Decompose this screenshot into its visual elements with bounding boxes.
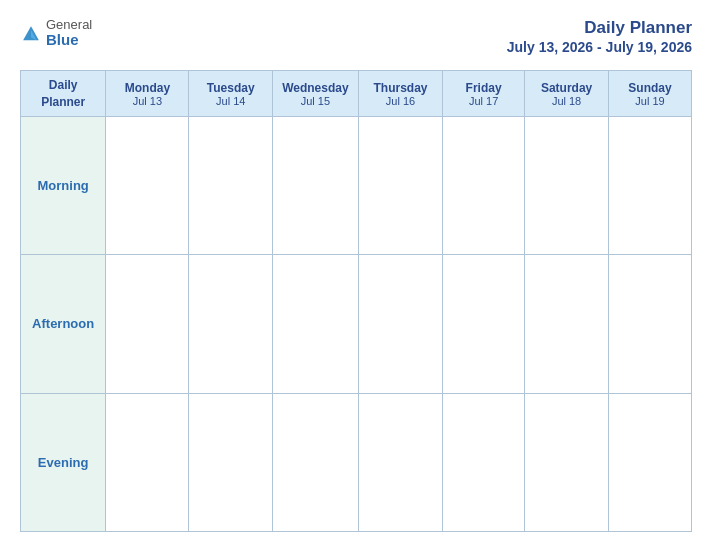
cell-thursday-morning[interactable] — [358, 117, 442, 255]
col-header-monday: Monday Jul 13 — [106, 71, 189, 117]
cell-tuesday-evening[interactable] — [189, 393, 272, 531]
time-label-afternoon: Afternoon — [21, 255, 106, 393]
col-header-saturday: Saturday Jul 18 — [525, 71, 609, 117]
cell-tuesday-morning[interactable] — [189, 117, 272, 255]
col-header-tuesday: Tuesday Jul 14 — [189, 71, 272, 117]
date-range: July 13, 2026 - July 19, 2026 — [507, 39, 692, 55]
cell-friday-evening[interactable] — [443, 393, 525, 531]
cell-saturday-morning[interactable] — [525, 117, 609, 255]
logo-icon — [20, 23, 42, 45]
cell-sunday-morning[interactable] — [609, 117, 692, 255]
col-header-friday: Friday Jul 17 — [443, 71, 525, 117]
page: General Blue Daily Planner July 13, 2026… — [0, 0, 712, 550]
page-title: Daily Planner — [584, 18, 692, 37]
header: General Blue Daily Planner July 13, 2026… — [20, 18, 692, 56]
cell-friday-morning[interactable] — [443, 117, 525, 255]
col-header-planner: Daily Planner — [21, 71, 106, 117]
row-evening: Evening — [21, 393, 692, 531]
logo-text: General Blue — [46, 18, 92, 49]
col-header-wednesday: Wednesday Jul 15 — [272, 71, 358, 117]
title-area: Daily Planner July 13, 2026 - July 19, 2… — [507, 18, 692, 56]
time-label-evening: Evening — [21, 393, 106, 531]
time-label-morning: Morning — [21, 117, 106, 255]
cell-monday-evening[interactable] — [106, 393, 189, 531]
cell-thursday-evening[interactable] — [358, 393, 442, 531]
header-row: Daily Planner Monday Jul 13 Tuesday Jul … — [21, 71, 692, 117]
cell-monday-morning[interactable] — [106, 117, 189, 255]
col-header-thursday: Thursday Jul 16 — [358, 71, 442, 117]
calendar-table: Daily Planner Monday Jul 13 Tuesday Jul … — [20, 70, 692, 532]
logo-blue-text: Blue — [46, 32, 92, 49]
cell-sunday-afternoon[interactable] — [609, 255, 692, 393]
cell-thursday-afternoon[interactable] — [358, 255, 442, 393]
cell-sunday-evening[interactable] — [609, 393, 692, 531]
cell-saturday-evening[interactable] — [525, 393, 609, 531]
row-morning: Morning — [21, 117, 692, 255]
cell-tuesday-afternoon[interactable] — [189, 255, 272, 393]
col-header-sunday: Sunday Jul 19 — [609, 71, 692, 117]
cell-wednesday-afternoon[interactable] — [272, 255, 358, 393]
cell-monday-afternoon[interactable] — [106, 255, 189, 393]
logo-general-text: General — [46, 18, 92, 32]
cell-saturday-afternoon[interactable] — [525, 255, 609, 393]
cell-friday-afternoon[interactable] — [443, 255, 525, 393]
logo-area: General Blue — [20, 18, 92, 49]
cell-wednesday-morning[interactable] — [272, 117, 358, 255]
cell-wednesday-evening[interactable] — [272, 393, 358, 531]
row-afternoon: Afternoon — [21, 255, 692, 393]
